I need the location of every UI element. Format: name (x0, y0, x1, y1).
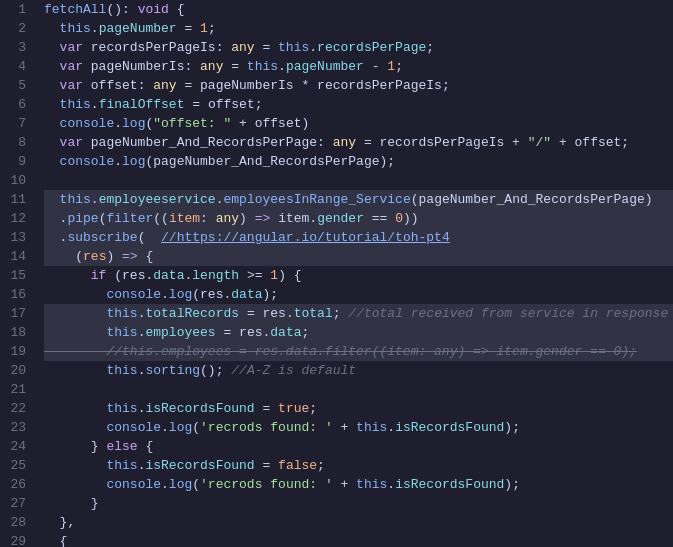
code-line: this.isRecordsFound = false; (44, 456, 673, 475)
code-line: this.pageNumber = 1; (44, 19, 673, 38)
code-line: this.employeeservice.employeesInRange_Se… (44, 190, 673, 209)
code-line: console.log(pageNumber_And_RecordsPerPag… (44, 152, 673, 171)
code-content: fetchAll(): void { this.pageNumber = 1; … (40, 0, 673, 547)
code-container: 1 2 3 4 5 6 7 8 9 10 11 12 13 14 15 16 1… (0, 0, 673, 547)
code-line: var pageNumber_And_RecordsPerPage: any =… (44, 133, 673, 152)
code-line: //this.employees = res.data.filter((item… (44, 342, 673, 361)
code-line: } else { (44, 437, 673, 456)
code-line: { (44, 532, 673, 547)
code-line: this.totalRecords = res.total; //total r… (44, 304, 673, 323)
code-line: this.employees = res.data; (44, 323, 673, 342)
code-line: this.isRecordsFound = true; (44, 399, 673, 418)
code-line: }, (44, 513, 673, 532)
line-numbers: 1 2 3 4 5 6 7 8 9 10 11 12 13 14 15 16 1… (0, 0, 40, 547)
code-line: } (44, 494, 673, 513)
code-line: var pageNumberIs: any = this.pageNumber … (44, 57, 673, 76)
code-line: var offset: any = pageNumberIs * records… (44, 76, 673, 95)
code-line: console.log('recrods found: ' + this.isR… (44, 475, 673, 494)
code-line: var recordsPerPageIs: any = this.records… (44, 38, 673, 57)
code-line: .subscribe( //https://angular.io/tutoria… (44, 228, 673, 247)
code-line: console.log(res.data); (44, 285, 673, 304)
code-line: console.log("offset: " + offset) (44, 114, 673, 133)
code-line: if (res.data.length >= 1) { (44, 266, 673, 285)
code-line (44, 171, 673, 190)
code-line: console.log('recrods found: ' + this.isR… (44, 418, 673, 437)
code-editor: 1 2 3 4 5 6 7 8 9 10 11 12 13 14 15 16 1… (0, 0, 673, 547)
code-line: this.sorting(); //A-Z is default (44, 361, 673, 380)
code-line: (res) => { (44, 247, 673, 266)
code-line (44, 380, 673, 399)
code-line: fetchAll(): void { (44, 0, 673, 19)
code-line: this.finalOffset = offset; (44, 95, 673, 114)
code-line: .pipe(filter((item: any) => item.gender … (44, 209, 673, 228)
